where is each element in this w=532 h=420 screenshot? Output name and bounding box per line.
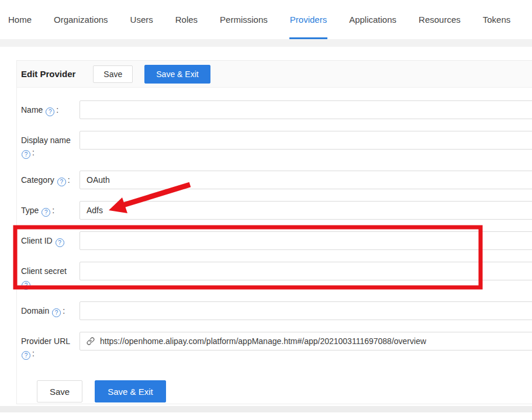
save-button-bottom[interactable]: Save [37,380,82,402]
provider-url-value: https://openhome.alipay.com/platform/app… [100,336,426,346]
display-name-control [80,131,532,150]
client-id-control [80,231,532,250]
provider-url-input[interactable]: https://openhome.alipay.com/platform/app… [80,332,532,350]
provider-url-control: https://openhome.alipay.com/platform/app… [80,332,532,350]
page-title: Edit Provider [21,69,75,79]
client-id-label: Client ID ? [21,231,80,247]
help-icon[interactable]: ? [42,208,50,217]
link-icon [87,337,95,345]
domain-label: Domain ?: [21,301,80,317]
nav-item-home[interactable]: Home [8,0,43,39]
type-label-text: Type [21,206,39,215]
client-id-input[interactable] [80,231,532,250]
nav-item-applications[interactable]: Applications [338,0,407,39]
client-secret-label-text: Client secret [21,266,67,276]
help-icon[interactable]: ? [52,308,61,317]
colon: : [63,306,65,315]
field-row-category: Category ?: [21,171,532,189]
nav-item-users[interactable]: Users [119,0,164,39]
client-secret-label: Client secret ? [21,262,80,290]
type-label: Type ?: [21,201,80,217]
colon: : [52,206,54,215]
field-row-provider-url: Provider URL ?: https://openhome.alipay.… [21,332,532,360]
field-row-type: Type ?: [21,201,532,220]
help-icon[interactable]: ? [56,238,64,247]
page: { "nav": { "items": ["Home", "Organizati… [0,0,532,420]
field-row-client-id: Client ID ? [21,231,532,250]
nav-item-permissions[interactable]: Permissions [209,0,279,39]
colon: : [56,105,58,114]
category-label-text: Category [21,175,54,185]
client-secret-input[interactable] [80,262,532,280]
nav-item-providers[interactable]: Providers [279,0,338,39]
help-icon[interactable]: ? [22,150,30,159]
edit-provider-panel: Edit Provider Save Save & Exit Name ?: D… [16,60,532,404]
help-icon[interactable]: ? [46,107,54,116]
nav-item-resources[interactable]: Resources [407,0,472,39]
client-secret-control [80,262,532,280]
provider-url-label: Provider URL ?: [21,332,80,360]
nav-item-tokens[interactable]: Tokens [472,0,522,39]
name-label-text: Name [21,105,43,114]
top-navigation: Home Organizations Users Roles Permissio… [0,0,532,39]
nav-item-organizations[interactable]: Organizations [43,0,119,39]
domain-label-text: Domain [21,306,49,315]
domain-input[interactable] [80,301,532,320]
provider-url-label-text: Provider URL [21,336,70,346]
save-button-top[interactable]: Save [93,65,133,83]
help-icon[interactable]: ? [22,351,30,360]
field-row-client-secret: Client secret ? [21,262,532,290]
help-icon[interactable]: ? [22,281,30,290]
type-select[interactable] [80,201,532,220]
field-row-domain: Domain ?: [21,301,532,320]
client-id-label-text: Client ID [21,236,53,245]
display-name-label-text: Display name [21,136,71,145]
field-row-name: Name ?: [21,100,532,119]
nav-item-roles[interactable]: Roles [164,0,209,39]
colon: : [32,148,34,157]
colon: : [32,349,34,358]
panel-header: Edit Provider Save Save & Exit [17,61,532,88]
display-name-input[interactable] [80,131,532,150]
page-bottom-strip [0,406,532,412]
help-icon[interactable]: ? [57,178,66,186]
name-input[interactable] [80,100,532,119]
provider-form: Name ?: Display name ?: Category ?: [17,88,532,402]
category-label: Category ?: [21,171,80,186]
name-control [80,100,532,119]
save-exit-button-top[interactable]: Save & Exit [144,65,210,84]
footer-actions: Save Save & Exit [37,380,532,402]
type-control [80,201,532,220]
category-control [80,171,532,189]
name-label: Name ?: [21,100,80,116]
field-row-display-name: Display name ?: [21,131,532,159]
nav-bottom-strip [0,39,532,47]
category-select[interactable] [80,171,532,189]
nav-item-records[interactable]: Records [521,0,532,39]
save-exit-button-bottom[interactable]: Save & Exit [95,380,166,402]
colon: : [68,175,70,185]
display-name-label: Display name ?: [21,131,80,159]
domain-control [80,301,532,320]
